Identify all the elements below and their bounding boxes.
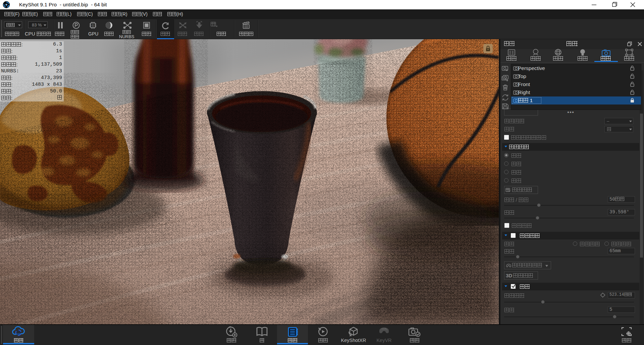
svg-text:G: G [92,24,94,27]
